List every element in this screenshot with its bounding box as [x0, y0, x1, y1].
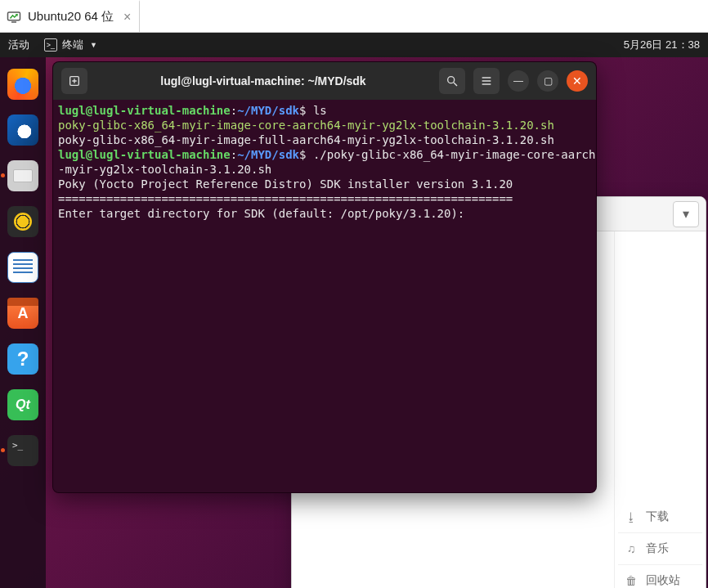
activities-button[interactable]: 活动	[8, 38, 29, 52]
sidebar-item-downloads[interactable]: ⭳ 下载	[618, 501, 702, 532]
prompt-path: ~/MYD/sdk	[237, 148, 299, 161]
dock-icon-thunderbird[interactable]	[7, 114, 38, 146]
terminal-cmd: ls	[313, 104, 327, 117]
terminal-app-icon: >_	[44, 38, 57, 52]
vmware-tab-ubuntu[interactable]: Ubuntu20 64 位 ×	[0, 0, 140, 32]
dock-icon-terminal[interactable]: >_	[7, 435, 38, 466]
prompt-user: lugl@lugl-virtual-machine	[58, 104, 231, 117]
prompt-sep: :	[231, 104, 237, 117]
vmware-tabbar: Ubuntu20 64 位 ×	[0, 0, 708, 33]
sidebar-item-label: 下载	[646, 509, 669, 524]
sidebar-item-music[interactable]: ♫ 音乐	[618, 532, 702, 564]
window-title: lugl@lugl-virtual-machine: ~/MYD/sdk	[96, 74, 431, 88]
new-tab-button[interactable]	[61, 68, 87, 94]
dock-icon-libreoffice-writer[interactable]	[7, 252, 38, 283]
terminal-output: ========================================…	[58, 192, 513, 205]
close-button[interactable]: ✕	[567, 70, 588, 92]
terminal-output: poky-glibc-x86_64-myir-image-full-aarch6…	[58, 133, 554, 146]
search-button[interactable]	[439, 68, 465, 94]
svg-rect-1	[11, 21, 16, 23]
dock-icon-ubuntu-software[interactable]	[7, 298, 38, 329]
nautilus-places-sidebar: ⭳ 下载 ♫ 音乐 🗑 回收站 + 其他位置	[614, 231, 706, 588]
app-menu-label: 终端	[62, 38, 83, 52]
terminal-cmd: -myir-yg2lx-toolchain-3.1.20.sh	[58, 163, 271, 176]
svg-line-7	[454, 83, 457, 86]
dock-icon-files[interactable]	[7, 160, 38, 191]
dock: ? Qt >_	[0, 57, 46, 588]
terminal-content[interactable]: lugl@lugl-virtual-machine:~/MYD/sdk$ ls …	[53, 100, 596, 492]
app-menu[interactable]: >_ 终端 ▼	[44, 38, 97, 52]
clock[interactable]: 5月26日 21：38	[624, 33, 700, 57]
gnome-topbar: 活动 >_ 终端 ▼ 5月26日 21：38	[0, 33, 708, 57]
dock-icon-help[interactable]: ?	[7, 343, 38, 375]
vm-monitor-icon	[7, 10, 21, 25]
dock-icon-firefox[interactable]	[7, 69, 38, 100]
running-indicator	[1, 448, 5, 452]
download-icon: ⭳	[625, 510, 638, 523]
trash-icon: 🗑	[625, 574, 638, 587]
prompt-sym: $	[299, 148, 306, 161]
chevron-down-icon: ▼	[90, 41, 97, 49]
sidebar-item-label: 音乐	[646, 541, 669, 556]
minimize-button[interactable]: —	[508, 70, 529, 92]
prompt-user: lugl@lugl-virtual-machine	[58, 148, 231, 161]
ubuntu-desktop: 活动 >_ 终端 ▼ 5月26日 21：38 ? Qt >_ ▾ >_ poky…	[0, 33, 708, 588]
running-indicator	[1, 173, 5, 177]
close-icon[interactable]: ×	[123, 10, 131, 25]
view-dropdown-button[interactable]: ▾	[673, 201, 699, 227]
dock-icon-qtcreator[interactable]: Qt	[7, 389, 38, 420]
sidebar-item-trash[interactable]: 🗑 回收站	[618, 564, 702, 588]
prompt-sym: $	[299, 104, 306, 117]
svg-point-6	[448, 77, 455, 83]
hamburger-menu-button[interactable]	[473, 68, 500, 94]
terminal-output: poky-glibc-x86_64-myir-image-core-aarch6…	[58, 119, 554, 132]
terminal-cmd: ./poky-glibc-x86_64-myir-image-core-aarc…	[313, 148, 596, 161]
prompt-sep: :	[231, 148, 237, 161]
music-icon: ♫	[625, 542, 638, 555]
dock-icon-rhythmbox[interactable]	[7, 206, 38, 237]
prompt-path: ~/MYD/sdk	[237, 104, 299, 117]
sidebar-item-label: 回收站	[646, 573, 680, 588]
terminal-output: Poky (Yocto Project Reference Distro) SD…	[58, 177, 513, 191]
vmware-tab-label: Ubuntu20 64 位	[28, 9, 114, 25]
terminal-titlebar: lugl@lugl-virtual-machine: ~/MYD/sdk — ▢…	[53, 62, 596, 100]
terminal-output: Enter target directory for SDK (default:…	[58, 207, 472, 220]
terminal-window[interactable]: lugl@lugl-virtual-machine: ~/MYD/sdk — ▢…	[52, 61, 597, 493]
maximize-button[interactable]: ▢	[537, 70, 558, 92]
